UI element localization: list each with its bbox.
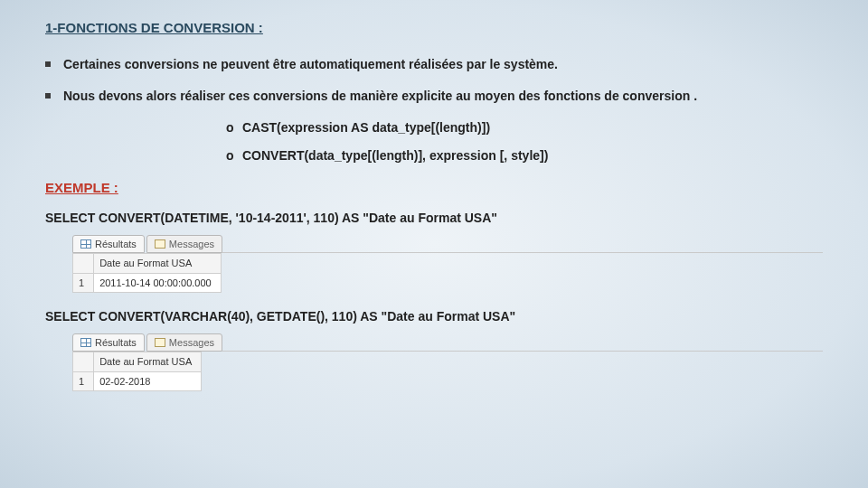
column-header: Date au Format USA bbox=[94, 254, 222, 274]
bullet-text: Nous devons alors réaliser ces conversio… bbox=[63, 87, 697, 106]
table-row: 1 2011-10-14 00:00:00.000 bbox=[73, 273, 222, 293]
cell-value: 2011-10-14 00:00:00.000 bbox=[94, 273, 222, 293]
cell-value: 02-02-2018 bbox=[94, 371, 202, 391]
result-panel-1: Résultats Messages Date au Format USA 1 … bbox=[72, 235, 823, 293]
bullet-list: Certaines conversions ne peuvent être au… bbox=[45, 55, 823, 106]
grid-icon bbox=[80, 338, 91, 347]
result-grid: Date au Format USA 1 2011-10-14 00:00:00… bbox=[72, 253, 222, 293]
row-number: 1 bbox=[73, 371, 94, 391]
tab-messages[interactable]: Messages bbox=[146, 235, 222, 253]
sql-statement-2: SELECT CONVERT(VARCHAR(40), GETDATE(), 1… bbox=[45, 307, 823, 326]
grid-icon bbox=[80, 239, 91, 249]
section-heading: 1-FONCTIONS DE CONVERSION : bbox=[45, 18, 823, 39]
result-grid: Date au Format USA 1 02-02-2018 bbox=[72, 352, 202, 391]
message-icon bbox=[155, 239, 165, 249]
bullet-item: Certaines conversions ne peuvent être au… bbox=[45, 55, 823, 74]
grid-corner bbox=[73, 254, 94, 274]
square-bullet-icon bbox=[45, 93, 51, 99]
sub-list: o CAST(expression AS data_type[(length)]… bbox=[226, 118, 823, 165]
tab-spacer bbox=[222, 333, 823, 352]
grid-corner bbox=[73, 352, 94, 372]
tab-messages[interactable]: Messages bbox=[146, 333, 222, 352]
example-heading: EXEMPLE : bbox=[45, 178, 823, 199]
result-panel-2: Résultats Messages Date au Format USA 1 … bbox=[72, 333, 823, 391]
sub-bullet: o bbox=[226, 146, 242, 165]
tab-results-label: Résultats bbox=[95, 237, 137, 252]
sub-text: CONVERT(data_type[(length)], expression … bbox=[242, 146, 548, 165]
tab-results[interactable]: Résultats bbox=[72, 333, 145, 352]
tab-strip: Résultats Messages bbox=[72, 333, 823, 352]
column-header: Date au Format USA bbox=[94, 352, 202, 372]
message-icon bbox=[155, 338, 165, 347]
bullet-item: Nous devons alors réaliser ces conversio… bbox=[45, 87, 823, 106]
sql-statement-1: SELECT CONVERT(DATETIME, '10-14-2011', 1… bbox=[45, 209, 823, 228]
tab-results[interactable]: Résultats bbox=[72, 235, 145, 253]
row-number: 1 bbox=[73, 273, 94, 293]
tab-strip: Résultats Messages bbox=[72, 235, 823, 253]
sub-text: CAST(expression AS data_type[(length)]) bbox=[242, 118, 490, 137]
tab-messages-label: Messages bbox=[169, 237, 214, 252]
tab-results-label: Résultats bbox=[95, 335, 137, 351]
table-row: 1 02-02-2018 bbox=[73, 371, 202, 391]
tab-spacer bbox=[222, 235, 823, 253]
tab-messages-label: Messages bbox=[169, 335, 214, 351]
sub-item: o CAST(expression AS data_type[(length)]… bbox=[226, 118, 823, 137]
bullet-text: Certaines conversions ne peuvent être au… bbox=[63, 55, 558, 74]
sub-item: o CONVERT(data_type[(length)], expressio… bbox=[226, 146, 823, 165]
sub-bullet: o bbox=[226, 118, 242, 137]
square-bullet-icon bbox=[45, 61, 51, 67]
